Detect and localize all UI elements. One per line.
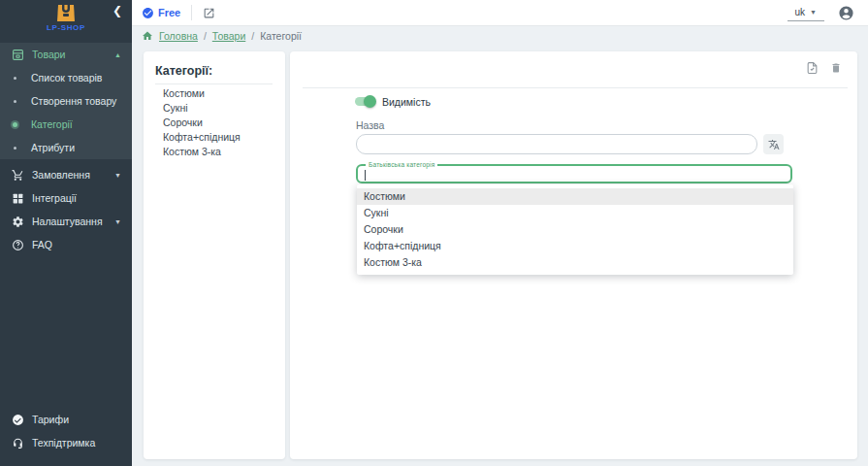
save-icon[interactable]: [806, 61, 819, 75]
gear-icon: [11, 215, 25, 229]
category-list-item[interactable]: Костюм 3-ка: [163, 145, 279, 159]
breadcrumb-link-products[interactable]: Товари: [212, 30, 245, 42]
topbar: Free uk ▼: [132, 0, 868, 26]
shop-bag-icon: [55, 4, 77, 22]
sidebar-item-orders[interactable]: Замовлення ▼: [0, 163, 132, 186]
open-in-new-icon[interactable]: [203, 7, 215, 19]
category-list-item[interactable]: Костюми: [163, 86, 279, 101]
active-bullet-icon: [13, 122, 17, 127]
sidebar-item-label: Тарифи: [32, 414, 69, 425]
language-select[interactable]: uk ▼: [788, 5, 825, 21]
sidebar-item-label: Список товарів: [31, 72, 102, 83]
categories-panel: Категорії: Костюми Сукні Сорочки Кофта+с…: [144, 51, 285, 459]
sidebar-item-attributes[interactable]: Атрибути: [0, 136, 132, 159]
products-icon: [11, 48, 25, 62]
category-editor-panel: Видимість Назва Батьківська категорія Ко…: [290, 51, 857, 459]
category-list-item[interactable]: Сорочки: [163, 116, 279, 130]
sidebar-item-label: FAQ: [32, 239, 52, 250]
plan-badge-label: Free: [158, 7, 180, 18]
sidebar-section-products: Товари ▲ Список товарів Створення товару…: [0, 43, 132, 159]
dropdown-option[interactable]: Кофта+спідниця: [357, 238, 793, 254]
check-circle-icon: [11, 413, 25, 427]
sidebar-bottom: Тарифи Техпідтримка: [0, 408, 132, 454]
parent-category-dropdown: Костюми Сукні Сорочки Кофта+спідниця Кос…: [357, 184, 793, 275]
sidebar-item-label: Налаштування: [32, 216, 103, 227]
categories-list: Костюми Сукні Сорочки Кофта+спідниця Кос…: [163, 86, 279, 159]
help-icon: [11, 238, 25, 252]
sidebar-item-integrations[interactable]: Інтеграції: [0, 186, 132, 210]
sidebar-collapse-icon[interactable]: ❮: [113, 4, 122, 17]
visibility-toggle[interactable]: [354, 95, 374, 108]
divider: [155, 83, 273, 84]
logo[interactable]: LP-SHOP ❮: [0, 0, 132, 43]
integrations-icon: [11, 191, 25, 206]
dropdown-option[interactable]: Костюми: [357, 188, 793, 205]
visibility-row: Видимість: [354, 95, 431, 108]
dropdown-option[interactable]: Сукні: [357, 205, 793, 221]
sidebar-item-tariffs[interactable]: Тарифи: [0, 408, 132, 431]
chevron-down-icon: ▼: [810, 9, 817, 16]
sidebar-item-faq[interactable]: FAQ: [0, 233, 132, 256]
sidebar-item-products[interactable]: Товари ▲: [0, 43, 132, 66]
visibility-label: Видимість: [382, 96, 431, 108]
sidebar: LP-SHOP ❮ Товари ▲ Список товарів Створе…: [0, 0, 132, 466]
sidebar-item-label: Категорії: [31, 118, 73, 130]
sidebar-item-support[interactable]: Техпідтримка: [0, 431, 132, 454]
sidebar-item-label: Техпідтримка: [32, 437, 95, 449]
translate-icon[interactable]: [763, 134, 784, 154]
headset-icon: [11, 436, 25, 450]
name-field-label: Назва: [356, 119, 384, 131]
categories-panel-title: Категорії:: [155, 64, 212, 78]
sidebar-item-label: Замовлення: [32, 169, 90, 181]
breadcrumb: Головна / Товари / Категорії: [142, 30, 302, 42]
breadcrumb-separator: /: [251, 30, 254, 42]
delete-icon[interactable]: [830, 61, 842, 75]
sidebar-item-label: Інтеграції: [32, 192, 77, 204]
chevron-down-icon: ▼: [114, 172, 121, 179]
sidebar-item-product-list[interactable]: Список товарів: [0, 66, 132, 89]
sidebar-item-label: Атрибути: [31, 142, 75, 153]
breadcrumb-separator: /: [204, 30, 207, 42]
category-list-item[interactable]: Сукні: [163, 101, 279, 116]
sidebar-item-label: Товари: [32, 49, 65, 60]
breadcrumb-link-home[interactable]: Головна: [159, 30, 198, 42]
divider: [191, 5, 192, 20]
verified-check-icon: [142, 7, 154, 19]
toggle-thumb: [364, 95, 376, 108]
language-code: uk: [795, 7, 806, 17]
sidebar-item-categories[interactable]: Категорії: [0, 113, 132, 136]
category-list-item[interactable]: Кофта+спідниця: [163, 130, 279, 145]
sidebar-item-product-create[interactable]: Створення товару: [0, 89, 132, 113]
cart-icon: [11, 168, 25, 183]
dropdown-option[interactable]: Сорочки: [357, 221, 793, 238]
account-icon[interactable]: [838, 5, 854, 21]
bullet-icon: [14, 77, 16, 80]
name-input[interactable]: [356, 134, 757, 154]
breadcrumb-current: Категорії: [260, 30, 302, 42]
chevron-up-icon: ▲: [114, 51, 121, 58]
parent-category-field[interactable]: Батьківська категорія: [356, 164, 792, 183]
dropdown-option[interactable]: Костюм 3-ка: [357, 254, 793, 271]
home-icon[interactable]: [142, 30, 153, 42]
topbar-right: uk ▼: [788, 5, 868, 21]
chevron-down-icon: ▼: [114, 218, 121, 225]
bullet-icon: [14, 100, 16, 103]
divider: [303, 87, 848, 88]
sidebar-item-settings[interactable]: Налаштування ▼: [0, 210, 132, 233]
logo-text: LP-SHOP: [0, 23, 132, 32]
parent-category-input[interactable]: [363, 167, 786, 181]
bullet-icon: [14, 147, 16, 150]
editor-toolbar: [806, 61, 842, 75]
sidebar-item-label: Створення товару: [31, 95, 116, 107]
plan-badge[interactable]: Free: [142, 7, 180, 19]
